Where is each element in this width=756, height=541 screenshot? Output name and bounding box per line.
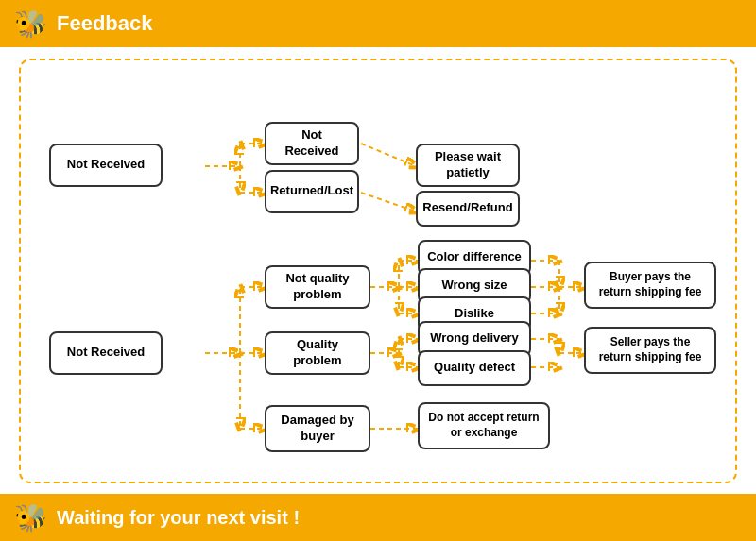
quality-defect-box: Quality defect bbox=[418, 350, 531, 386]
not-quality-problem-box: Not quality problem bbox=[265, 265, 370, 309]
resend-refund-box: Resend/Refund bbox=[416, 191, 520, 227]
not-received-top-left: Not Received bbox=[49, 144, 163, 187]
diagram-container: Not Received Not Received Returned/Lost … bbox=[19, 59, 737, 483]
buyer-pays-box: Buyer pays the return shipping fee bbox=[584, 262, 716, 309]
please-wait-box: Please wait patietly bbox=[416, 144, 520, 187]
bee-icon-header: 🐝 bbox=[14, 8, 47, 40]
do-not-accept-box: Do not accept return or exchange bbox=[418, 402, 550, 449]
footer-title: Waiting for your next visit ! bbox=[57, 507, 300, 529]
damaged-by-buyer-box: Damaged by buyer bbox=[265, 405, 370, 452]
svg-line-5 bbox=[361, 144, 416, 166]
seller-pays-box: Seller pays the return shipping fee bbox=[584, 327, 716, 374]
footer: 🐝 Waiting for your next visit ! bbox=[0, 494, 756, 541]
returned-lost-box: Returned/Lost bbox=[265, 170, 359, 213]
bee-icon-footer: 🐝 bbox=[14, 502, 47, 533]
not-received-top-right: Not Received bbox=[265, 122, 359, 165]
header-title: Feedback bbox=[57, 11, 153, 36]
header: 🐝 Feedback bbox=[0, 0, 756, 47]
main-content: Not Received Not Received Returned/Lost … bbox=[0, 47, 756, 494]
svg-line-6 bbox=[361, 193, 416, 211]
not-received-bottom-left: Not Received bbox=[49, 331, 163, 375]
quality-problem-box: Quality problem bbox=[265, 331, 370, 375]
